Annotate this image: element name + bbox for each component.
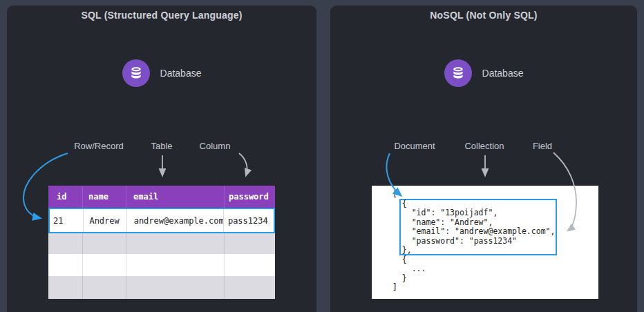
sql-table-highlighted-row: 21 Andrew andrew@example.com pass1234 [48,208,275,233]
label-collection: Collection [464,141,504,151]
nosql-document-code: [ { "id": "13poijadf", "name": "Andrew",… [372,186,598,299]
sql-database-row: Database [7,59,316,87]
sql-table-header-row: id name email password [48,186,275,208]
label-document: Document [394,141,435,151]
label-row-record: Row/Record [74,141,124,151]
label-table: Table [151,141,172,151]
sql-panel: SQL (Structured Query Language) Database… [7,6,316,312]
sql-table-empty-row [48,254,275,276]
nosql-database-row: Database [330,59,637,87]
nosql-panel: NoSQL (Not Only SQL) Database Document C… [330,6,637,312]
cell-name: Andrew [84,209,126,232]
nosql-panel-title: NoSQL (Not Only SQL) [330,10,637,21]
header-cell-email: email [126,186,225,208]
label-field: Field [533,141,552,151]
sql-table: id name email password 21 Andrew andrew@… [48,186,275,299]
header-cell-name: name [83,186,126,208]
nosql-database-label: Database [482,68,524,79]
column-arrow [239,153,247,175]
sql-vs-nosql-diagram: SQL (Structured Query Language) Database… [0,0,644,312]
database-icon [444,59,472,87]
sql-database-label: Database [160,68,202,79]
database-icon [122,59,150,87]
sql-panel-title: SQL (Structured Query Language) [7,10,316,21]
header-cell-id: id [48,186,83,208]
cell-password: pass1234 [224,209,274,232]
sql-table-empty-row [48,276,275,299]
sql-table-empty-row [48,233,275,254]
header-cell-password: password [225,186,275,208]
cell-email: andrew@example.com [127,209,224,232]
cell-id: 21 [50,209,84,232]
nosql-document-box: [ { "id": "13poijadf", "name": "Andrew",… [372,186,598,299]
label-column: Column [200,141,231,151]
